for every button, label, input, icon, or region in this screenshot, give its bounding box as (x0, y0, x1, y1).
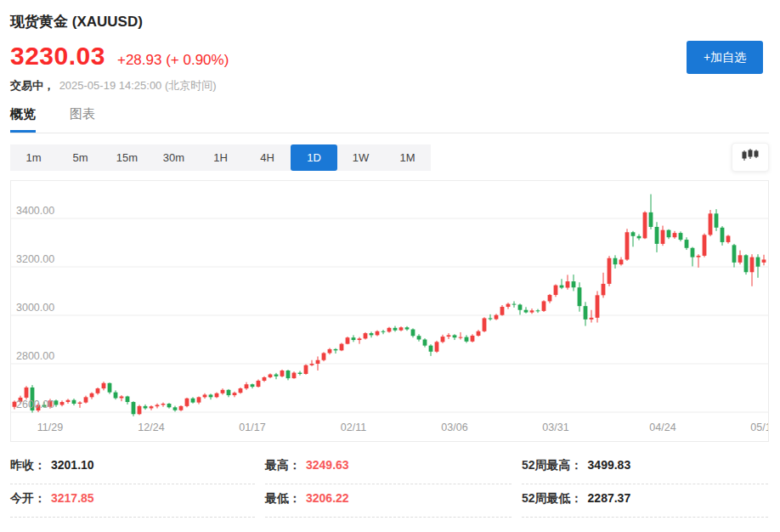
tab-bar: 概览图表 (10, 106, 769, 133)
svg-text:11/29: 11/29 (37, 422, 63, 433)
stats-grid: 昨收：3201.10最高：3249.6352周最高：3499.83今开：3217… (10, 451, 769, 518)
stat-label: 52周最高： (522, 458, 583, 472)
svg-text:05/19: 05/19 (750, 422, 768, 433)
last-price: 3230.03 (10, 42, 105, 71)
time-range-group: 1m5m15m30m1H4H1D1W1M (10, 144, 431, 171)
range-button-30m[interactable]: 30m (150, 144, 197, 171)
stat-value: 2287.37 (588, 491, 631, 505)
stat-label: 52周最低： (522, 491, 583, 505)
range-button-1D[interactable]: 1D (291, 144, 337, 171)
stat-item: 今开：3217.85 (10, 484, 255, 518)
stat-label: 最高： (265, 458, 301, 472)
status-row: 交易中， 2025-05-19 14:25:00 (北京时间) (10, 78, 770, 93)
stat-value: 3206.22 (306, 491, 349, 505)
svg-text:3000.00: 3000.00 (16, 302, 54, 314)
tab-overview[interactable]: 概览 (10, 106, 36, 133)
instrument-title: 现货黄金 (XAUUSD) (10, 12, 770, 31)
header: 现货黄金 (XAUUSD) 3230.03 +28.93 (+ 0.90%) 交… (0, 0, 780, 93)
stat-item: 最高：3249.63 (265, 451, 512, 484)
price-row: 3230.03 +28.93 (+ 0.90%) (10, 42, 770, 71)
svg-text:2600.00: 2600.00 (16, 399, 54, 410)
stat-label: 昨收： (10, 458, 46, 472)
range-button-1m[interactable]: 1m (10, 144, 57, 171)
svg-text:3200.00: 3200.00 (16, 253, 54, 265)
stat-value: 3249.63 (306, 458, 349, 472)
svg-text:2800.00: 2800.00 (16, 350, 54, 362)
stat-item: 52周最低：2287.37 (522, 484, 768, 518)
range-button-1M[interactable]: 1M (384, 144, 431, 171)
range-button-1W[interactable]: 1W (337, 144, 384, 171)
range-button-4H[interactable]: 4H (244, 144, 291, 171)
stat-label: 最低： (265, 491, 301, 505)
quote-timestamp: 2025-05-19 14:25:00 (北京时间) (59, 79, 217, 92)
svg-text:03/06: 03/06 (441, 422, 467, 433)
candlestick-icon (741, 148, 760, 167)
chart-toolbar: 1m5m15m30m1H4H1D1W1M (10, 143, 769, 172)
svg-text:3400.00: 3400.00 (16, 205, 54, 217)
chart-svg: 3400.003200.003000.002800.002600.0011/29… (11, 181, 768, 441)
candlestick-chart[interactable]: 3400.003200.003000.002800.002600.0011/29… (10, 180, 769, 442)
svg-text:12/24: 12/24 (138, 422, 164, 433)
stat-value: 3217.85 (51, 491, 94, 505)
chart-type-button[interactable] (732, 143, 769, 172)
stat-item: 52周最高：3499.83 (522, 451, 768, 484)
svg-text:01/17: 01/17 (239, 422, 265, 433)
price-change: +28.93 (+ 0.90%) (117, 52, 229, 69)
tab-chart[interactable]: 图表 (70, 106, 95, 133)
stat-value: 3201.10 (51, 458, 94, 472)
svg-text:03/31: 03/31 (542, 422, 568, 433)
stat-value: 3499.83 (588, 458, 631, 472)
svg-text:04/24: 04/24 (649, 422, 675, 433)
trading-status: 交易中， (10, 79, 54, 92)
range-button-15m[interactable]: 15m (104, 144, 150, 171)
range-button-5m[interactable]: 5m (57, 144, 104, 171)
svg-text:02/11: 02/11 (341, 422, 366, 433)
range-button-1H[interactable]: 1H (197, 144, 244, 171)
stat-item: 昨收：3201.10 (10, 451, 255, 484)
add-watchlist-button[interactable]: +加自选 (687, 41, 763, 74)
stat-label: 今开： (10, 491, 46, 505)
stat-item: 最低：3206.22 (265, 484, 512, 518)
